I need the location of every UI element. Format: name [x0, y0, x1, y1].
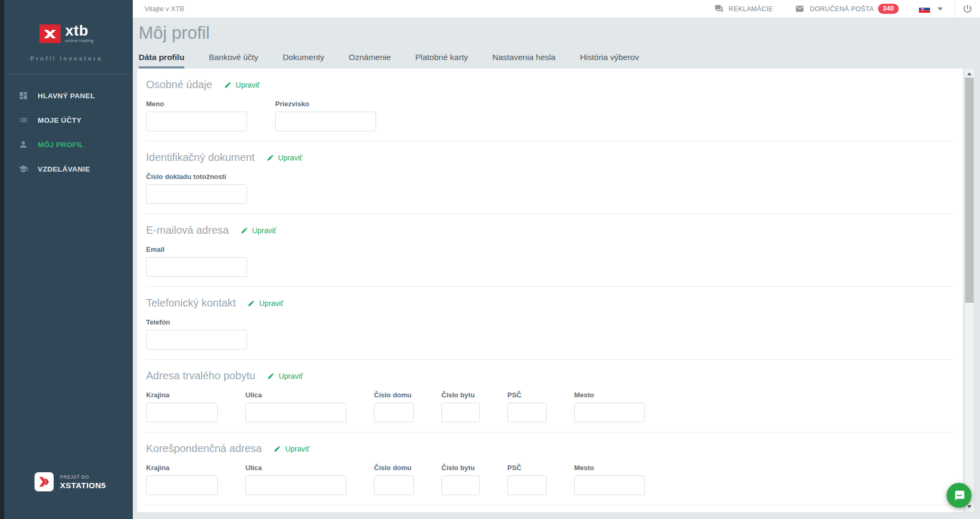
tab-oznamenie[interactable]: Oznámenie — [349, 53, 391, 69]
topbar: Vitajte v XTB REKLAMÁCIE DORUČENÁ POŠTA … — [133, 0, 980, 18]
field-label: Číslo domu — [374, 464, 414, 472]
edit-emailova-adresa-button[interactable]: Upraviť — [241, 226, 277, 235]
edit-osobne-udaje-button[interactable]: Upraviť — [224, 81, 260, 89]
field-cislo-domu: Číslo domu — [374, 464, 414, 495]
inbox-count-badge: 340 — [878, 4, 899, 14]
sidebar: xtb online trading Profil investora HLAV… — [0, 0, 133, 519]
section-title: Adresa trvalého pobytu — [146, 370, 255, 382]
sidebar-item-moje-ucty[interactable]: MOJE ÚČTY — [0, 108, 133, 132]
dashboard-icon — [19, 91, 28, 100]
list-icon — [19, 115, 28, 125]
korespondencna-krajina-input[interactable] — [146, 475, 218, 495]
pencil-icon — [274, 445, 281, 453]
edit-label: Upraviť — [236, 81, 260, 89]
profile-tabs: Dáta profilu Bankové účty Dokumenty Ozná… — [139, 53, 663, 69]
scroll-up-arrow-icon[interactable] — [967, 72, 972, 75]
slovak-flag-icon — [919, 5, 930, 13]
trvaly-cislo-bytu-input[interactable] — [441, 403, 480, 422]
field-label: PSČ — [507, 464, 547, 472]
brand-name: xtb — [65, 24, 93, 37]
field-cislo-bytu: Číslo bytu — [441, 464, 480, 495]
field-label: Mesto — [574, 391, 645, 399]
sidebar-item-moj-profil[interactable]: MÔJ PROFIL — [0, 132, 133, 157]
priezvisko-input[interactable] — [275, 112, 376, 131]
xtb-logo-icon — [39, 24, 61, 43]
field-mesto: Mesto — [574, 391, 645, 422]
edit-identifikacny-dokument-button[interactable]: Upraviť — [267, 154, 303, 162]
field-telefon: Telefón — [146, 318, 247, 350]
page-header: Môj profil Dáta profilu Bankové účty Dok… — [133, 18, 980, 69]
korespondencna-cislo-bytu-input[interactable] — [441, 475, 480, 495]
chat-widget-button[interactable] — [947, 483, 972, 508]
inbox-label: DORUČENÁ POŠTA — [809, 5, 874, 13]
field-label: PSČ — [507, 391, 547, 399]
sidebar-divider — [0, 74, 133, 74]
section-telefonicky-kontakt: Telefonický kontakt Upraviť Telefón — [146, 287, 954, 360]
sidebar-item-label: HLAVNÝ PANEL — [38, 92, 95, 100]
korespondencna-mesto-input[interactable] — [574, 475, 645, 495]
scroll-down-arrow-icon[interactable] — [967, 505, 972, 508]
sidebar-item-vzdelavanie[interactable]: VZDELÁVANIE — [0, 157, 133, 181]
chevron-down-icon — [938, 7, 943, 11]
language-selector[interactable] — [919, 5, 943, 13]
field-priezvisko: Priezvisko — [275, 100, 376, 131]
forum-icon — [714, 4, 723, 13]
field-label: Mesto — [574, 464, 645, 472]
field-krajina: Krajina — [146, 391, 218, 422]
field-label: Číslo dokladu totožnosti — [146, 173, 247, 181]
xtb-logo: xtb online trading — [0, 0, 133, 43]
complaints-button[interactable]: REKLAMÁCIE — [714, 4, 773, 13]
sidebar-edge — [0, 0, 4, 519]
trvaly-krajina-input[interactable] — [146, 403, 218, 422]
person-icon — [19, 140, 28, 149]
pencil-icon — [267, 372, 275, 380]
logout-button[interactable] — [955, 4, 980, 14]
trvaly-cislo-domu-input[interactable] — [374, 403, 414, 422]
field-label: Meno — [146, 100, 247, 108]
xstation5-link[interactable]: PREJSŤ DO XSTATION5 — [35, 472, 106, 491]
field-label: Číslo domu — [374, 391, 414, 399]
korespondencna-cislo-domu-input[interactable] — [374, 475, 414, 495]
sidebar-subtitle: Profil investora — [0, 55, 133, 62]
tab-data-profilu[interactable]: Dáta profilu — [139, 53, 184, 69]
telefon-input[interactable] — [146, 330, 247, 350]
meno-input[interactable] — [146, 112, 247, 131]
edit-telefonicky-kontakt-button[interactable]: Upraviť — [248, 299, 284, 308]
inbox-button[interactable]: DORUČENÁ POŠTA 340 — [795, 4, 899, 14]
korespondencna-psc-input[interactable] — [507, 475, 547, 495]
vertical-scrollbar[interactable] — [965, 69, 974, 512]
edit-adresa-trvaleho-pobytu-button[interactable]: Upraviť — [267, 372, 303, 380]
field-label: Číslo bytu — [441, 391, 480, 399]
korespondencna-ulica-input[interactable] — [245, 475, 346, 495]
profile-card: Osobné údaje Upraviť Meno Priezvisko — [137, 69, 963, 512]
edit-korespondencna-adresa-button[interactable]: Upraviť — [274, 445, 310, 453]
pencil-icon — [267, 154, 274, 161]
topbar-right: REKLAMÁCIE DORUČENÁ POŠTA 340 — [714, 0, 980, 18]
xstation5-pre-label: PREJSŤ DO — [60, 474, 106, 480]
brand-tagline: online trading — [65, 38, 93, 43]
trvaly-mesto-input[interactable] — [574, 403, 645, 422]
section-korespondencna-adresa: Korešpondenčná adresa Upraviť Krajina Ul… — [146, 432, 954, 505]
edit-label: Upraviť — [278, 154, 303, 162]
sidebar-item-label: MOJE ÚČTY — [38, 116, 81, 124]
cislo-dokladu-input[interactable] — [146, 184, 247, 204]
scrollbar-thumb[interactable] — [965, 78, 974, 303]
tab-historia-vyberov[interactable]: História výberov — [580, 53, 639, 69]
email-input[interactable] — [146, 257, 247, 277]
field-krajina: Krajina — [146, 464, 218, 495]
section-title: Osobné údaje — [146, 79, 212, 91]
tab-bankove-ucty[interactable]: Bankové účty — [209, 53, 258, 69]
sidebar-item-hlavny-panel[interactable]: HLAVNÝ PANEL — [0, 83, 133, 108]
tab-nastavenia-hesla[interactable]: Nastavenia hesla — [492, 53, 556, 69]
edit-label: Upraviť — [259, 299, 284, 308]
field-label: Ulica — [245, 464, 346, 472]
section-adresa-trvaleho-pobytu: Adresa trvalého pobytu Upraviť Krajina U… — [146, 360, 954, 432]
tab-platobne-karty[interactable]: Platobné karty — [415, 53, 468, 69]
sidebar-item-label: MÔJ PROFIL — [38, 141, 84, 149]
section-title: Telefonický kontakt — [146, 297, 236, 309]
chat-bubble-icon — [953, 489, 966, 502]
complaints-label: REKLAMÁCIE — [729, 5, 773, 13]
trvaly-ulica-input[interactable] — [245, 403, 346, 422]
tab-dokumenty[interactable]: Dokumenty — [283, 53, 324, 69]
trvaly-psc-input[interactable] — [507, 403, 547, 422]
